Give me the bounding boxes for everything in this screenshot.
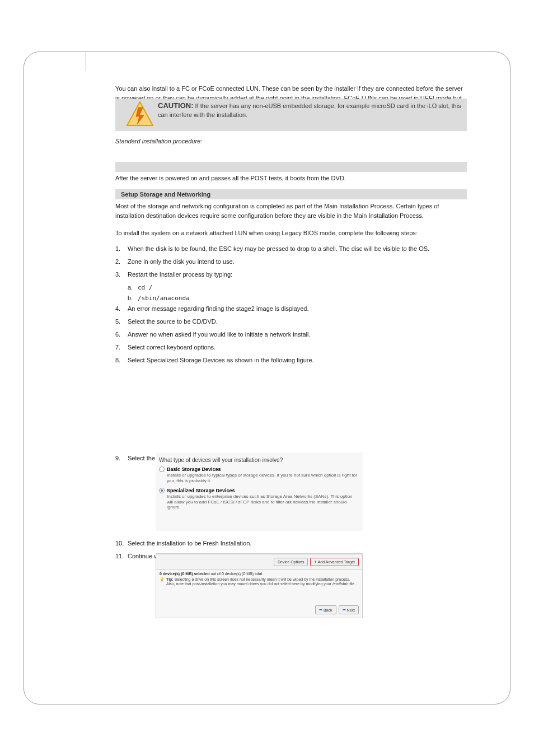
list-item-text: Select Specialized Storage Devices as sh… — [128, 356, 314, 365]
next-label: Next — [347, 608, 355, 612]
fig1-opt1-title: Basic Storage Devices — [167, 466, 358, 472]
list-item: 10.Select the installation to be Fresh I… — [115, 539, 467, 548]
list-item-text: Zone in only the disk you intend to use. — [128, 257, 235, 267]
list-item-number: 8. — [115, 356, 128, 365]
list-item-text: Restart the Installer process by typing: — [128, 270, 232, 279]
caution-label: CAUTION: — [158, 101, 194, 110]
list-item-number: 7. — [115, 343, 128, 352]
add-advanced-target-button[interactable]: + Add Advanced Target — [310, 558, 359, 566]
list-subitem-label: b. — [128, 293, 138, 303]
body-4: Most of the storage and networking confi… — [115, 202, 467, 220]
list-item: 3.Restart the Installer process by typin… — [115, 270, 467, 279]
fig1-option-specialized[interactable]: Specialized Storage Devices Installs or … — [156, 487, 363, 514]
list-item-number: 5. — [115, 317, 128, 326]
fig1-option-basic[interactable]: Basic Storage Devices Installs or upgrad… — [156, 465, 363, 487]
lightbulb-icon: 💡 — [160, 577, 165, 587]
list-subitem-text: cd / — [138, 283, 153, 292]
fig1-opt1-desc: Installs or upgrades to typical types of… — [167, 473, 358, 483]
list-item-text: Answer no when asked if you would like t… — [128, 330, 311, 339]
list-item-text: When the disk is to be found, the ESC ke… — [128, 244, 429, 254]
tip-text: Selecting a drive on this screen does no… — [166, 577, 355, 586]
list-item-text: Select the installation to be Fresh Inst… — [128, 539, 251, 548]
fig2-toolbar: Device Options + Add Advanced Target — [156, 554, 362, 570]
gray-bar-1 — [115, 162, 467, 172]
list-item: 7.Select correct keyboard options. — [115, 343, 467, 352]
back-arrow-icon: ⬅ — [319, 608, 322, 612]
list-item: 4.An error message regarding finding the… — [115, 304, 467, 314]
list-subitem: b./sbin/anaconda — [128, 293, 467, 303]
list-item: 1.When the disk is to be found, the ESC … — [115, 244, 467, 254]
fig2-tip: 💡 Tip: Selecting a drive on this screen … — [160, 577, 359, 587]
radio-icon — [159, 466, 165, 472]
section-heading: Setup Storage and Networking — [115, 189, 467, 199]
list-item-number: 2. — [115, 257, 128, 267]
list-item-text: Select the source to be CD/DVD. — [128, 317, 218, 326]
caution-banner: CAUTION: If the server has any non-eUSB … — [115, 99, 467, 131]
fig2-footer: ⬅ Back ➡ Next — [315, 605, 359, 614]
radio-icon-selected — [159, 488, 165, 493]
list-item-number: 3. — [115, 270, 128, 279]
next-button[interactable]: ➡ Next — [339, 605, 359, 614]
list-item-number: 6. — [115, 330, 128, 339]
body-3: After the server is powered on and passe… — [115, 174, 467, 183]
list-item: 6.Answer no when asked if you would like… — [115, 330, 467, 339]
caution-text: CAUTION: If the server has any non-eUSB … — [158, 101, 461, 120]
tip-label: Tip: — [166, 577, 174, 581]
figure-storage-type: What type of devices will your installat… — [156, 452, 363, 531]
list-item-text: An error message regarding finding the s… — [128, 304, 308, 314]
fig2-selected-bold: 0 device(s) (0 MB) selected — [160, 572, 209, 576]
list-item-number: 10. — [115, 539, 128, 548]
list-item-number: 9. — [115, 454, 128, 463]
fig2-body: 0 device(s) (0 MB) selected out of 0 dev… — [156, 570, 362, 589]
device-options-label: Device Options — [278, 560, 304, 564]
caution-body: If the server has any non-eUSB embedded … — [158, 102, 461, 118]
next-arrow-icon: ➡ — [343, 608, 346, 612]
list-item: 2.Zone in only the disk you intend to us… — [115, 257, 467, 267]
list-item-number: 11. — [115, 552, 128, 561]
fig1-opt2-title: Specialized Storage Devices — [167, 488, 358, 493]
figure-device-select: Device Options + Add Advanced Target 0 d… — [156, 553, 363, 618]
list-item-text: Select correct keyboard options. — [128, 343, 216, 352]
device-options-button[interactable]: Device Options — [274, 558, 308, 566]
fig1-opt2-desc: Installs or upgrades to enterprise devic… — [167, 494, 358, 510]
list-subitem-label: a. — [128, 283, 138, 292]
list-item: 5.Select the source to be CD/DVD. — [115, 317, 467, 326]
list-item: 8.Select Specialized Storage Devices as … — [115, 356, 467, 365]
list-item-number: 4. — [115, 304, 128, 314]
list-subitem: a.cd / — [128, 283, 467, 292]
list-subitem-text: /sbin/anaconda — [138, 293, 190, 303]
fig1-title: What type of devices will your installat… — [156, 452, 363, 465]
back-label: Back — [324, 608, 332, 612]
caution-icon — [126, 101, 154, 129]
list-item-number: 1. — [115, 244, 128, 254]
back-button[interactable]: ⬅ Back — [315, 605, 336, 614]
fig2-selected-tail: out of 0 device(s) (0 MB) total. — [209, 572, 263, 576]
body-5: To install the system on a network attac… — [115, 228, 467, 238]
add-advanced-label: Add Advanced Target — [318, 560, 355, 564]
add-icon: + — [314, 560, 316, 564]
procedure-title: Standard installation procedure: — [115, 137, 467, 146]
